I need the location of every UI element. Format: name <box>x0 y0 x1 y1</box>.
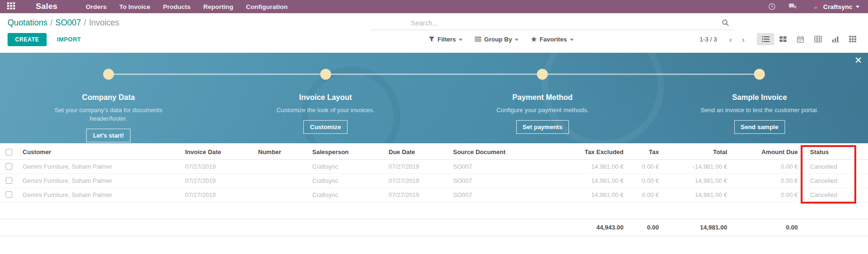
apps-grid-icon <box>7 2 15 11</box>
cell-amount-due[interactable]: 0.00 € <box>731 173 802 188</box>
step-company-data: Company Data Set your company's data for… <box>0 53 217 143</box>
cell-total[interactable]: -14,981.00 € <box>663 159 731 173</box>
cell-number[interactable] <box>254 173 308 188</box>
main-menu: Orders To Invoice Products Reporting Con… <box>86 3 288 10</box>
step-description: Set your company's data for documents he… <box>45 106 172 123</box>
user-menu[interactable]: Craftsync <box>812 2 860 11</box>
cell-amount-due[interactable]: 0.00 € <box>731 159 802 173</box>
breadcrumb-separator: / <box>81 18 89 27</box>
cell-total[interactable]: 14,981.00 € <box>663 188 731 202</box>
menu-to-invoice[interactable]: To Invoice <box>119 3 150 10</box>
search-input[interactable] <box>371 16 733 30</box>
breadcrumb-current: Invoices <box>89 18 119 27</box>
cell-amount-due[interactable]: 0.00 € <box>731 188 802 202</box>
activity-view-button[interactable] <box>844 33 861 45</box>
select-all-checkbox[interactable] <box>6 149 12 156</box>
list-view-button[interactable] <box>757 33 774 45</box>
company-logo-icon <box>812 2 820 11</box>
cell-due-date[interactable]: 07/27/2019 <box>385 159 449 173</box>
apps-menu-button[interactable] <box>0 0 22 13</box>
column-salesperson[interactable]: Salesperson <box>308 145 385 159</box>
cell-tax[interactable]: 0.00 € <box>627 173 663 188</box>
row-checkbox[interactable] <box>6 191 12 198</box>
column-tax-excluded[interactable]: Tax Excluded <box>572 145 627 159</box>
cell-due-date[interactable]: 07/27/2019 <box>385 173 449 188</box>
cell-invoice-date[interactable]: 07/27/2019 <box>181 159 254 173</box>
cell-total[interactable]: 14,981.00 € <box>663 173 731 188</box>
breadcrumb-so007[interactable]: SO007 <box>56 18 81 27</box>
cell-tax[interactable]: 0.00 € <box>627 188 663 202</box>
filters-dropdown[interactable]: Filters <box>429 36 462 43</box>
column-customer[interactable]: Customer <box>19 145 181 159</box>
cell-number[interactable] <box>254 159 308 173</box>
step-dot <box>754 69 765 80</box>
cell-status[interactable]: Cancelled <box>802 159 855 173</box>
table-row[interactable]: Gemini Furniture, Soham Palmer 07/27/201… <box>0 159 868 173</box>
import-button[interactable]: IMPORT <box>57 36 81 43</box>
graph-view-button[interactable] <box>827 33 844 45</box>
lets-start-button[interactable]: Let's start! <box>86 129 130 142</box>
cell-customer[interactable]: Gemini Furniture, Soham Palmer <box>19 173 181 188</box>
cell-tax-excluded[interactable]: 14,981.00 € <box>572 173 627 188</box>
cell-invoice-date[interactable]: 07/27/2019 <box>181 173 254 188</box>
pager-next-button[interactable]: › <box>738 35 748 44</box>
menu-products[interactable]: Products <box>163 3 191 10</box>
user-menu-caret-icon <box>856 6 860 8</box>
search-icon[interactable] <box>722 19 730 29</box>
menu-reporting[interactable]: Reporting <box>203 3 234 10</box>
table-row[interactable]: Gemini Furniture, Soham Palmer 07/27/201… <box>0 188 868 202</box>
topbar-systray: Craftsync <box>764 0 868 13</box>
cell-salesperson[interactable]: Craftsync <box>308 188 385 202</box>
cell-invoice-date[interactable]: 07/27/2019 <box>181 188 254 202</box>
column-source-document[interactable]: Source Document <box>449 145 572 159</box>
create-button[interactable]: CREATE <box>8 33 47 46</box>
cell-customer[interactable]: Gemini Furniture, Soham Palmer <box>19 188 181 202</box>
cell-tax-excluded[interactable]: 14,981.00 € <box>572 159 627 173</box>
cell-salesperson[interactable]: Craftsync <box>308 159 385 173</box>
row-checkbox[interactable] <box>6 163 12 170</box>
column-tax[interactable]: Tax <box>627 145 663 159</box>
cell-status[interactable]: Cancelled <box>802 188 855 202</box>
total-total: 14,981.00 <box>663 219 731 236</box>
row-checkbox[interactable] <box>6 177 12 184</box>
group-by-dropdown[interactable]: Group By <box>475 36 519 43</box>
table-row[interactable]: Gemini Furniture, Soham Palmer 07/27/201… <box>0 173 868 188</box>
pivot-view-button[interactable] <box>809 33 827 45</box>
favorites-caret-icon <box>570 39 574 41</box>
filters-label: Filters <box>438 36 456 43</box>
messages-chat-icon[interactable] <box>785 0 801 13</box>
cell-source-document[interactable]: SO007 <box>449 173 572 188</box>
column-invoice-date[interactable]: Invoice Date <box>181 145 254 159</box>
breadcrumb: Quotations/SO007/Invoices <box>8 18 119 28</box>
column-number[interactable]: Number <box>254 145 308 159</box>
send-sample-button[interactable]: Send sample <box>734 120 785 134</box>
kanban-view-button[interactable] <box>774 33 792 45</box>
favorites-dropdown[interactable]: ★ Favorites <box>531 36 573 43</box>
column-total[interactable]: Total <box>663 145 731 159</box>
menu-configuration[interactable]: Configuration <box>246 3 287 10</box>
customize-button[interactable]: Customize <box>303 120 348 134</box>
search-options-row: Filters Group By ★ Favorites 1-3 / 3 ‹ › <box>429 33 861 45</box>
cell-source-document[interactable]: SO007 <box>449 188 572 202</box>
column-status[interactable]: Status <box>802 145 855 159</box>
cell-customer[interactable]: Gemini Furniture, Soham Palmer <box>19 159 181 173</box>
cell-status[interactable]: Cancelled <box>802 173 855 188</box>
column-amount-due[interactable]: Amount Due <box>731 145 802 159</box>
set-payments-button[interactable]: Set payments <box>516 120 569 134</box>
breadcrumb-separator: / <box>48 18 56 27</box>
cell-due-date[interactable]: 07/27/2019 <box>385 188 449 202</box>
breadcrumb-quotations[interactable]: Quotations <box>8 18 48 27</box>
calendar-view-button[interactable] <box>792 33 809 45</box>
cell-number[interactable] <box>254 188 308 202</box>
cell-tax[interactable]: 0.00 € <box>627 159 663 173</box>
menu-orders[interactable]: Orders <box>86 3 106 10</box>
cell-tax-excluded[interactable]: 14,981.00 € <box>572 188 627 202</box>
activities-clock-icon[interactable] <box>764 0 780 13</box>
invoice-list-view: Customer Invoice Date Number Salesperson… <box>0 145 868 236</box>
app-title[interactable]: Sales <box>36 2 57 11</box>
pager-previous-button[interactable]: ‹ <box>725 35 736 44</box>
cell-salesperson[interactable]: Craftsync <box>308 173 385 188</box>
cell-source-document[interactable]: SO007 <box>449 159 572 173</box>
column-due-date[interactable]: Due Date <box>385 145 449 159</box>
control-panel: Quotations/SO007/Invoices CREATE IMPORT … <box>0 13 868 53</box>
